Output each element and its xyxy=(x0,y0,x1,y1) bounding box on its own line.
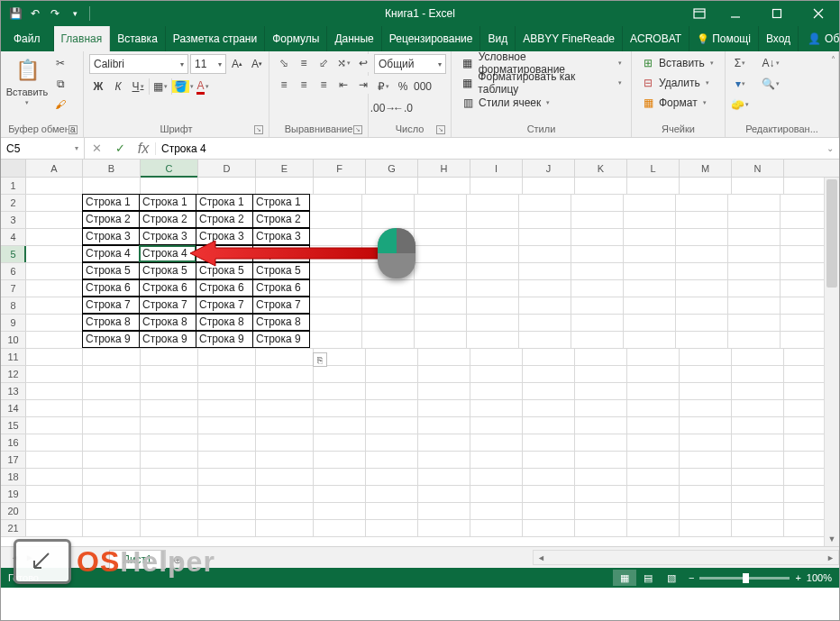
tab-home[interactable]: Главная xyxy=(54,26,111,51)
cell[interactable] xyxy=(624,229,676,245)
cell[interactable] xyxy=(314,400,366,416)
cell[interactable]: Строка 8 xyxy=(196,314,253,331)
cell[interactable] xyxy=(523,178,575,194)
cell[interactable] xyxy=(728,246,781,262)
cell[interactable] xyxy=(676,280,728,297)
cell[interactable] xyxy=(467,212,519,228)
cell[interactable] xyxy=(732,417,784,434)
cell[interactable]: Строка 8 xyxy=(82,314,140,331)
cell[interactable] xyxy=(519,315,571,331)
cell[interactable] xyxy=(26,452,83,468)
col-header-K[interactable]: K xyxy=(575,160,627,177)
cell[interactable] xyxy=(310,195,362,211)
cell[interactable] xyxy=(366,452,418,468)
cell[interactable] xyxy=(470,469,523,485)
row-header[interactable]: 8 xyxy=(1,297,26,314)
cell[interactable] xyxy=(467,315,519,331)
cell[interactable] xyxy=(415,212,467,228)
row-header[interactable]: 21 xyxy=(1,520,26,536)
cell[interactable] xyxy=(26,246,83,262)
cell[interactable] xyxy=(26,229,83,245)
cell[interactable] xyxy=(470,400,523,416)
cell[interactable] xyxy=(83,469,141,485)
cell[interactable] xyxy=(366,486,418,502)
cell[interactable] xyxy=(256,469,314,485)
cell[interactable]: Строка 1 xyxy=(196,194,253,211)
cell[interactable] xyxy=(680,178,732,194)
cell[interactable]: Строка 9 xyxy=(252,331,310,348)
cell[interactable] xyxy=(83,400,141,416)
col-header-G[interactable]: G xyxy=(366,160,418,177)
cell[interactable]: Строка 2 xyxy=(196,211,253,228)
save-icon[interactable]: 💾 xyxy=(8,6,23,21)
row-header[interactable]: 4 xyxy=(1,229,26,245)
cell[interactable] xyxy=(627,417,680,434)
cell[interactable] xyxy=(141,366,198,382)
align-middle-icon[interactable]: ≡ xyxy=(295,54,313,72)
cell[interactable] xyxy=(571,263,624,279)
cell[interactable] xyxy=(256,452,314,468)
cell[interactable] xyxy=(680,520,732,536)
cell[interactable] xyxy=(310,315,362,331)
cell[interactable] xyxy=(141,469,198,485)
cell[interactable] xyxy=(362,315,415,331)
cell[interactable] xyxy=(575,520,627,536)
cell[interactable] xyxy=(366,366,418,382)
cell[interactable]: Строка 4 xyxy=(82,245,140,262)
cell[interactable] xyxy=(676,263,728,279)
cell[interactable] xyxy=(470,520,523,536)
cell[interactable] xyxy=(198,434,256,451)
cell[interactable] xyxy=(627,486,680,502)
cell[interactable] xyxy=(83,434,141,451)
cell[interactable] xyxy=(575,178,627,194)
cell[interactable] xyxy=(83,417,141,434)
fill-color-icon[interactable]: 🪣 xyxy=(174,78,192,96)
select-all-corner[interactable] xyxy=(1,160,26,177)
cell[interactable] xyxy=(624,280,676,297)
tab-acrobat[interactable]: ACROBAT xyxy=(623,26,689,51)
view-normal-icon[interactable]: ▦ xyxy=(613,570,636,586)
cell[interactable] xyxy=(366,349,418,365)
cell[interactable] xyxy=(519,229,571,245)
cell[interactable] xyxy=(680,383,732,399)
cell[interactable] xyxy=(141,434,198,451)
font-name-combo[interactable]: Calibri▾ xyxy=(89,54,188,74)
cell[interactable] xyxy=(680,486,732,502)
tab-data[interactable]: Данные xyxy=(327,26,381,51)
maximize-button[interactable] xyxy=(756,1,798,26)
cell[interactable] xyxy=(571,195,624,211)
cell[interactable] xyxy=(314,383,366,399)
cell[interactable]: Строка 5 xyxy=(139,262,196,279)
cell[interactable] xyxy=(467,263,519,279)
cell[interactable] xyxy=(366,503,418,519)
tab-file[interactable]: Файл xyxy=(1,26,54,51)
zoom-out-icon[interactable]: − xyxy=(689,572,694,583)
cell[interactable] xyxy=(680,503,732,519)
scroll-left-icon[interactable]: ◄ xyxy=(534,553,549,562)
cell[interactable] xyxy=(26,520,83,536)
cell[interactable] xyxy=(26,349,83,365)
cell[interactable] xyxy=(314,178,366,194)
cell[interactable] xyxy=(732,452,784,468)
cell[interactable] xyxy=(310,229,362,245)
cell[interactable] xyxy=(198,383,256,399)
cell[interactable] xyxy=(523,469,575,485)
zoom-slider[interactable] xyxy=(699,577,790,580)
cell[interactable] xyxy=(627,503,680,519)
cell[interactable] xyxy=(366,417,418,434)
close-button[interactable] xyxy=(798,1,839,26)
cell[interactable] xyxy=(470,452,523,468)
cell[interactable] xyxy=(362,195,415,211)
cell[interactable] xyxy=(362,297,415,314)
cell[interactable] xyxy=(676,332,728,348)
cell[interactable] xyxy=(366,434,418,451)
row-header[interactable]: 7 xyxy=(1,280,26,297)
row-header[interactable]: 18 xyxy=(1,469,26,485)
row-header[interactable]: 3 xyxy=(1,212,26,228)
cell[interactable] xyxy=(256,178,314,194)
cell[interactable] xyxy=(624,246,676,262)
formula-input[interactable]: Строка 4 xyxy=(155,142,821,155)
row-header[interactable]: 5 xyxy=(1,246,26,262)
cell[interactable] xyxy=(523,349,575,365)
cell[interactable] xyxy=(26,332,83,348)
